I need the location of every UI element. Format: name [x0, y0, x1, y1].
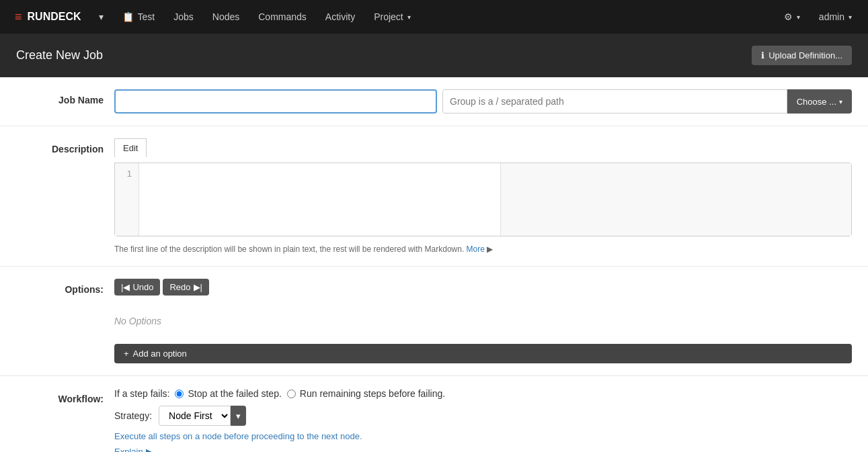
radio-stop[interactable] — [175, 390, 184, 398]
group-input[interactable] — [442, 89, 787, 114]
navbar-test-btn[interactable]: 📋 Test — [113, 0, 165, 34]
admin-chevron-icon: ▾ — [849, 13, 852, 21]
navbar-jobs-btn[interactable]: Jobs — [164, 0, 203, 34]
gear-icon: ⚙ — [784, 11, 793, 22]
job-name-fields: Choose ... ▾ — [114, 89, 852, 114]
step-fails-label: If a step fails: — [114, 388, 169, 399]
navbar-project-label: Project — [374, 11, 403, 22]
description-textarea[interactable] — [139, 163, 500, 236]
description-edit-tab[interactable]: Edit — [114, 138, 147, 157]
explain-label: Explain — [114, 447, 143, 452]
gear-chevron-icon: ▾ — [797, 13, 800, 21]
navbar-commands-btn[interactable]: Commands — [249, 0, 316, 34]
brand-icon: ≡ — [15, 10, 22, 24]
strategy-description-link[interactable]: Execute all steps on a node before proce… — [114, 431, 852, 441]
admin-label: admin — [819, 11, 844, 22]
more-chevron-icon: ▶ — [487, 244, 493, 254]
navbar-more-btn[interactable]: ▾ — [89, 0, 113, 34]
navbar-project-btn[interactable]: Project ▾ — [364, 0, 420, 34]
brand-name: RUNDECK — [28, 11, 81, 23]
strategy-select-wrapper: Node First ▾ — [159, 406, 246, 426]
description-preview-pane — [500, 163, 851, 236]
upload-definition-btn[interactable]: ℹ Upload Definition... — [752, 46, 852, 65]
navbar-activity-label: Activity — [325, 11, 355, 22]
job-name-label: Job Name — [16, 89, 104, 105]
radio-stop-label: Stop at the failed step. — [188, 388, 281, 399]
workflow-row: Workflow: If a step fails: Stop at the f… — [0, 376, 868, 452]
strategy-label: Strategy: — [114, 410, 152, 421]
explain-chevron-icon: ▶ — [146, 447, 153, 452]
redo-icon: ▶| — [194, 282, 202, 292]
navbar-commands-label: Commands — [258, 11, 307, 22]
chevron-down-icon: ▾ — [407, 13, 411, 21]
redo-label: Redo — [169, 282, 190, 292]
upload-icon: ℹ — [761, 50, 764, 60]
admin-btn[interactable]: admin ▾ — [810, 0, 861, 34]
group-field-wrapper: Choose ... ▾ — [442, 89, 852, 114]
choose-btn[interactable]: Choose ... ▾ — [787, 89, 852, 114]
options-content: |◀ Undo Redo ▶| No Options + Add an opti… — [114, 279, 852, 363]
navbar: ≡ RUNDECK ▾ 📋 Test Jobs Nodes Commands A… — [0, 0, 868, 34]
radio-continue[interactable] — [287, 390, 296, 398]
description-row: Description Edit 1 The first line of the… — [0, 126, 868, 267]
navbar-test-label: Test — [138, 11, 155, 22]
navbar-nodes-label: Nodes — [212, 11, 239, 22]
strategy-dropdown-btn[interactable]: ▾ — [231, 406, 246, 426]
add-option-btn[interactable]: + Add an option — [114, 344, 852, 363]
undo-label: Undo — [132, 282, 153, 292]
job-name-row: Job Name Choose ... ▾ — [0, 77, 868, 126]
strategy-row: Strategy: Node First ▾ — [114, 406, 852, 426]
undo-icon: |◀ — [121, 282, 130, 292]
description-tabs: Edit — [114, 138, 852, 157]
test-icon: 📋 — [122, 11, 134, 22]
brand: ≡ RUNDECK — [7, 0, 89, 34]
radio-continue-label: Run remaining steps before failing. — [300, 388, 445, 399]
step-fails-row: If a step fails: Stop at the failed step… — [114, 388, 852, 399]
description-more-link[interactable]: More — [467, 244, 485, 254]
description-editor: 1 — [114, 163, 852, 236]
radio-continue-group[interactable]: Run remaining steps before failing. — [287, 388, 445, 399]
navbar-right: ⚙ ▾ admin ▾ — [775, 0, 861, 34]
choose-chevron-icon: ▾ — [839, 98, 842, 105]
add-option-label: Add an option — [133, 349, 187, 359]
redo-btn[interactable]: Redo ▶| — [163, 279, 208, 296]
workflow-label: Workflow: — [16, 388, 104, 404]
options-toolbar: |◀ Undo Redo ▶| — [114, 279, 852, 296]
strategy-chevron-icon: ▾ — [236, 411, 241, 421]
main-content: Job Name Choose ... ▾ Description Edit — [0, 77, 868, 452]
radio-stop-group[interactable]: Stop at the failed step. — [175, 388, 281, 399]
description-hint-text: The first line of the description will b… — [114, 244, 464, 254]
navbar-jobs-label: Jobs — [173, 11, 194, 22]
no-options-text: No Options — [114, 309, 852, 333]
options-row: Options: |◀ Undo Redo ▶| No Options + Ad… — [0, 267, 868, 376]
description-hint: The first line of the description will b… — [114, 244, 852, 254]
plus-icon: + — [124, 349, 129, 359]
line-number-1: 1 — [127, 169, 132, 179]
workflow-content: If a step fails: Stop at the failed step… — [114, 388, 852, 452]
job-name-input[interactable] — [114, 89, 437, 114]
options-label: Options: — [16, 279, 104, 295]
navbar-nodes-btn[interactable]: Nodes — [203, 0, 249, 34]
description-label: Description — [16, 138, 104, 154]
undo-btn[interactable]: |◀ Undo — [114, 279, 160, 296]
strategy-select[interactable]: Node First — [159, 406, 231, 426]
upload-label: Upload Definition... — [768, 50, 842, 60]
line-numbers: 1 — [115, 163, 139, 236]
gear-btn[interactable]: ⚙ ▾ — [775, 0, 810, 34]
job-name-content: Choose ... ▾ — [114, 89, 852, 114]
page-header: Create New Job ℹ Upload Definition... — [0, 34, 868, 77]
page-title: Create New Job — [16, 48, 103, 62]
navbar-activity-btn[interactable]: Activity — [316, 0, 364, 34]
choose-label: Choose ... — [797, 97, 836, 107]
description-content: Edit 1 The first line of the description… — [114, 138, 852, 254]
explain-btn[interactable]: Explain ▶ — [114, 447, 153, 452]
